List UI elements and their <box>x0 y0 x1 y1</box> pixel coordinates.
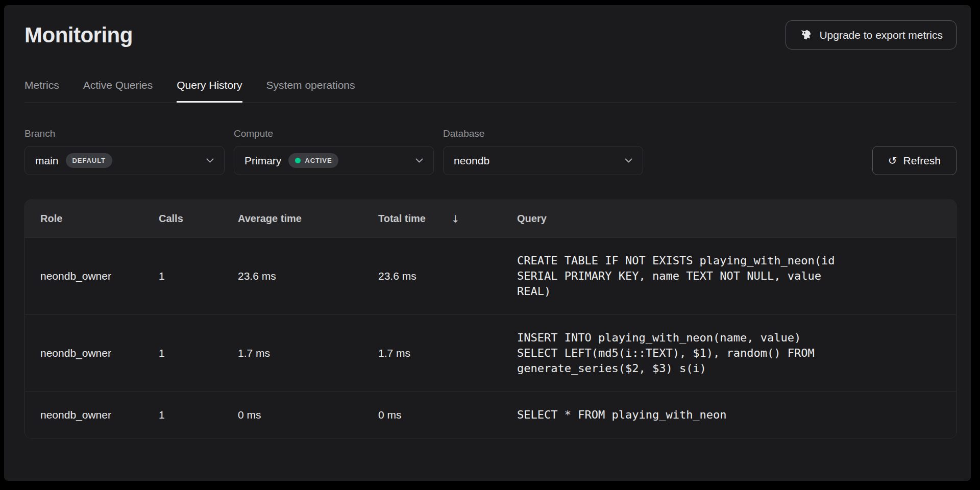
query-cell: CREATE TABLE IF NOT EXISTS playing_with_… <box>517 253 844 299</box>
total-time-cell: 1.7 ms <box>378 347 517 359</box>
total-time-cell: 0 ms <box>378 409 517 421</box>
chevron-down-icon <box>625 158 632 163</box>
compute-select[interactable]: Primary ACTIVE <box>234 146 434 175</box>
branch-value: main <box>35 155 59 167</box>
upgrade-to-export-metrics-button[interactable]: Upgrade to export metrics <box>786 20 957 50</box>
column-header-average-time[interactable]: Average time <box>238 213 378 225</box>
chevron-down-icon <box>206 158 214 163</box>
average-time-cell: 1.7 ms <box>238 347 378 359</box>
average-time-cell: 23.6 ms <box>238 270 378 282</box>
total-time-cell: 23.6 ms <box>378 270 517 282</box>
branch-filter: Branch main DEFAULT <box>24 128 225 175</box>
upgrade-button-label: Upgrade to export metrics <box>819 29 943 41</box>
database-value: neondb <box>454 155 489 167</box>
default-badge: DEFAULT <box>66 153 112 168</box>
calls-cell: 1 <box>159 270 238 282</box>
page-header: Monitoring Upgrade to export metrics <box>24 5 957 50</box>
tab-system-operations[interactable]: System operations <box>266 79 355 102</box>
chevron-down-icon <box>415 158 423 163</box>
table-row: neondb_owner 1 1.7 ms 1.7 ms INSERT INTO… <box>25 314 956 391</box>
query-cell: INSERT INTO playing_with_neon(name, valu… <box>517 330 844 376</box>
average-time-cell: 0 ms <box>238 409 378 421</box>
sort-desc-icon[interactable]: ↓ <box>451 213 460 225</box>
table-row: neondb_owner 1 23.6 ms 23.6 ms CREATE TA… <box>25 238 956 314</box>
tab-active-queries[interactable]: Active Queries <box>83 79 153 102</box>
role-cell: neondb_owner <box>25 409 159 421</box>
tab-bar: Metrics Active Queries Query History Sys… <box>24 79 957 103</box>
branch-select[interactable]: main DEFAULT <box>24 146 225 175</box>
compute-filter: Compute Primary ACTIVE <box>234 128 434 175</box>
table-header-row: Role Calls Average time Total time ↓ Que… <box>25 200 956 238</box>
filter-bar: Branch main DEFAULT Compute Primary <box>24 128 957 175</box>
page-title: Monitoring <box>24 23 133 47</box>
calls-cell: 1 <box>159 347 238 359</box>
table-row: neondb_owner 1 0 ms 0 ms SELECT * FROM p… <box>25 391 956 438</box>
tab-query-history[interactable]: Query History <box>177 79 242 102</box>
role-cell: neondb_owner <box>25 347 159 359</box>
monitoring-page: Monitoring Upgrade to export metrics Met… <box>4 5 971 481</box>
database-filter: Database neondb <box>443 128 643 175</box>
branch-label: Branch <box>24 128 225 139</box>
column-header-total-time[interactable]: Total time ↓ <box>378 213 517 225</box>
query-history-table: Role Calls Average time Total time ↓ Que… <box>24 200 957 438</box>
compute-value: Primary <box>244 155 281 167</box>
column-header-query[interactable]: Query <box>517 213 956 225</box>
column-header-calls[interactable]: Calls <box>159 213 238 225</box>
active-status-badge: ACTIVE <box>288 153 338 168</box>
database-select[interactable]: neondb <box>443 146 643 175</box>
tab-metrics[interactable]: Metrics <box>24 79 59 102</box>
role-cell: neondb_owner <box>25 270 159 282</box>
calls-cell: 1 <box>159 409 238 421</box>
compute-label: Compute <box>234 128 434 139</box>
refresh-button-label: Refresh <box>903 155 941 167</box>
active-status-dot <box>295 158 301 163</box>
column-header-role[interactable]: Role <box>25 213 159 225</box>
database-label: Database <box>443 128 643 139</box>
datadog-icon <box>799 29 813 42</box>
refresh-icon: ↺ <box>888 155 897 167</box>
query-cell: SELECT * FROM playing_with_neon <box>517 407 844 423</box>
refresh-button[interactable]: ↺ Refresh <box>872 146 957 175</box>
